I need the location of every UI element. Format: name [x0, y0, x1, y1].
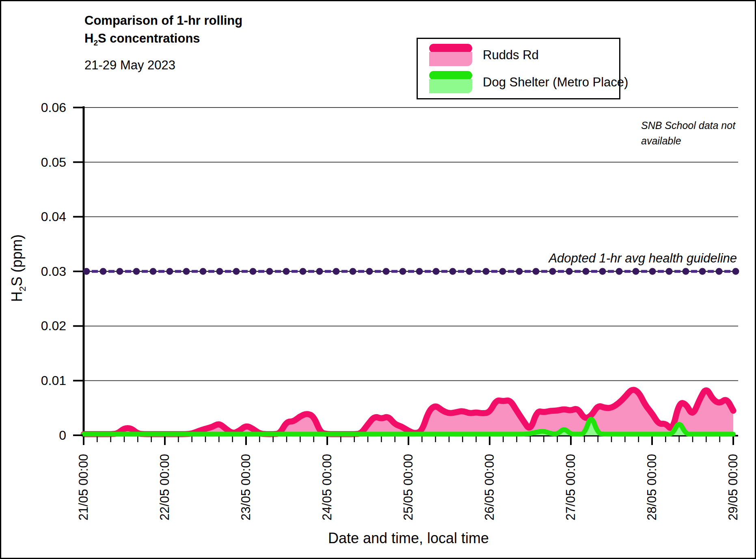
dog-shelter-line-swatch [429, 71, 472, 80]
title-block: Comparison of 1-hr rolling H2S concentra… [84, 12, 242, 75]
y-tick-label: 0.04 [21, 209, 66, 224]
x-tick-label: 27/05 00:00 [564, 454, 578, 520]
y-tick-label: 0.02 [21, 318, 66, 333]
chart-title-line1: Comparison of 1-hr rolling [84, 12, 242, 30]
legend-label-rudds-rd: Rudds Rd [483, 48, 539, 62]
x-tick-label: 23/05 00:00 [239, 454, 253, 520]
no-data-annotation: SNB School data not available [641, 118, 747, 148]
chart-plot-area [1, 1, 756, 559]
chart-title-line2: H2S concentrations [84, 30, 242, 48]
x-tick-label: 22/05 00:00 [158, 454, 172, 520]
x-tick-label: 21/05 00:00 [76, 454, 91, 520]
guideline-label: Adopted 1-hr avg health guideline [549, 251, 737, 266]
chart-page: Comparison of 1-hr rolling H2S concentra… [0, 0, 756, 559]
x-tick-label: 26/05 00:00 [482, 454, 497, 520]
rudds-rd-swatch-icon [429, 44, 472, 66]
x-axis-title: Date and time, local time [84, 530, 733, 547]
legend-item-dog-shelter: Dog Shelter (Metro Place) [429, 71, 619, 93]
x-tick-label: 28/05 00:00 [645, 454, 659, 520]
rudds-rd-fill-swatch [429, 52, 472, 66]
y-tick-label: 0.01 [21, 373, 66, 388]
y-tick-label: 0.06 [21, 100, 66, 115]
x-tick-label: 29/05 00:00 [726, 454, 741, 520]
legend-label-dog-shelter: Dog Shelter (Metro Place) [483, 75, 628, 90]
rudds-rd-line-swatch [429, 44, 472, 53]
y-tick-label: 0.03 [21, 264, 66, 279]
legend-box: Rudds Rd Dog Shelter (Metro Place) [417, 38, 620, 99]
x-tick-label: 24/05 00:00 [320, 454, 335, 520]
chart-date-range: 21-29 May 2023 [84, 56, 242, 74]
dog-shelter-swatch-icon [429, 71, 472, 93]
dog-shelter-fill-swatch [429, 79, 472, 93]
x-tick-label: 25/05 00:00 [401, 454, 416, 520]
legend-item-rudds-rd: Rudds Rd [429, 44, 619, 66]
y-tick-label: 0 [21, 428, 66, 443]
y-tick-label: 0.05 [21, 155, 66, 170]
